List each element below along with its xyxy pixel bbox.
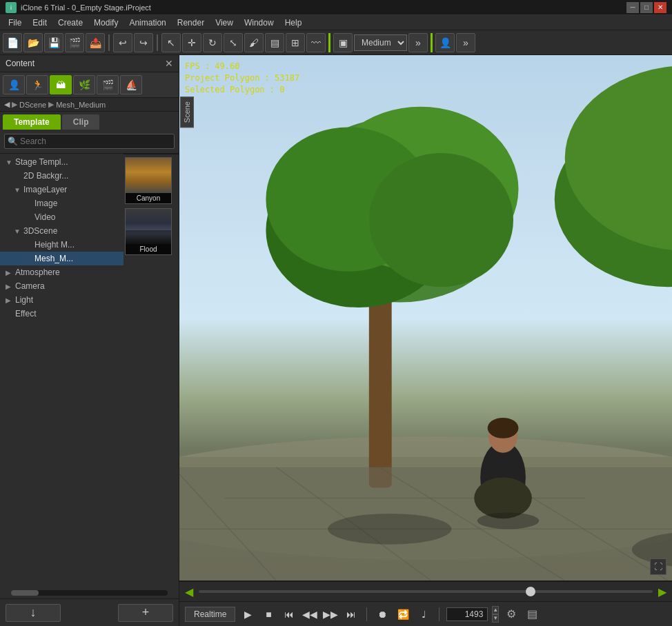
extend-button[interactable]: » <box>408 33 428 52</box>
frame-counter[interactable]: 1493 <box>446 607 488 621</box>
bc-part2[interactable]: Mesh_Medium <box>56 101 106 109</box>
quality-dropdown[interactable]: Medium Low High <box>354 34 407 51</box>
record-button[interactable]: ⏺ <box>374 606 391 623</box>
rotate-button[interactable]: ↻ <box>203 33 222 52</box>
clip-tab[interactable]: Clip <box>62 114 100 130</box>
fullscreen-button[interactable]: ⛶ <box>650 558 666 575</box>
next-frame-button[interactable]: ▶▶ <box>322 606 339 623</box>
actor-icon-btn[interactable]: 👤 <box>3 75 25 94</box>
viewport-toggle[interactable]: ▣ <box>333 33 353 52</box>
tree-item-video[interactable]: Video <box>0 210 123 224</box>
note-button[interactable]: ♩ <box>415 606 432 623</box>
camera-button[interactable]: 🎬 <box>65 33 84 52</box>
minimize-button[interactable]: ─ <box>626 2 639 13</box>
save-button[interactable]: 💾 <box>44 33 63 52</box>
select-button[interactable]: ↖ <box>161 33 181 52</box>
loop-button[interactable]: 🔁 <box>395 606 411 623</box>
more-button[interactable]: » <box>456 33 475 52</box>
tree-item-atmosphere[interactable]: ▶ Atmosphere <box>0 265 123 279</box>
menu-help[interactable]: Help <box>279 17 308 29</box>
title-bar: i iClone 6 Trial - 0_Empty Stage.iProjec… <box>0 0 672 15</box>
tool1-button[interactable]: ▤ <box>265 33 284 52</box>
open-button[interactable]: 📂 <box>23 33 43 52</box>
tree-item-light[interactable]: ▶ Light <box>0 293 123 307</box>
scene-tab[interactable]: Scene <box>180 97 194 128</box>
settings-button[interactable]: ⚙ <box>503 606 520 623</box>
tree-item-imagelayer[interactable]: ▼ ImageLayer <box>0 183 123 196</box>
pb-separator-2 <box>439 607 439 621</box>
tab-bar: Template Clip <box>0 112 179 130</box>
project-icon-btn[interactable]: ⛵ <box>120 75 142 94</box>
realtime-label[interactable]: Realtime <box>185 607 235 622</box>
move-button[interactable]: ✛ <box>182 33 201 52</box>
close-button[interactable]: ✕ <box>654 2 666 13</box>
new-button[interactable]: 📄 <box>3 33 22 52</box>
frame-up[interactable]: ▲ <box>492 606 499 614</box>
tree-item-image[interactable]: Image <box>0 196 123 210</box>
menu-animation[interactable]: Animation <box>123 17 171 29</box>
redo-button[interactable]: ↪ <box>134 33 153 52</box>
tree-item-meshm[interactable]: Mesh_M... <box>0 252 123 265</box>
scene-icon-btn[interactable]: 🏔 <box>50 75 72 94</box>
menu-view[interactable]: View <box>210 17 239 29</box>
pb-separator-1 <box>366 607 367 621</box>
thumb-flood-label: Flood <box>126 244 171 254</box>
scrollbar-track[interactable] <box>11 590 168 596</box>
tree-item-heightm[interactable]: Height M... <box>0 238 123 252</box>
content-icon-tabs: 👤 🏃 🏔 🌿 🎬 ⛵ <box>0 72 179 98</box>
tree-item-camera[interactable]: ▶ Camera <box>0 279 123 293</box>
tool2-button[interactable]: ⊞ <box>286 33 305 52</box>
undo-button[interactable]: ↩ <box>113 33 132 52</box>
tool3-button[interactable]: 〰 <box>306 33 326 52</box>
content-close-button[interactable]: ✕ <box>165 58 173 69</box>
bc-part1[interactable]: DScene <box>19 101 46 109</box>
add-button[interactable]: + <box>118 604 173 622</box>
frame-down[interactable]: ▼ <box>492 614 499 623</box>
svg-point-23 <box>488 418 519 438</box>
thumb-flood[interactable]: Flood <box>125 208 172 255</box>
viewport-canvas: FPS : 49.60 Project Polygon : 53187 Sele… <box>179 55 672 580</box>
thumb-canyon[interactable]: Canyon <box>125 157 172 204</box>
menu-edit[interactable]: Edit <box>27 17 52 29</box>
down-button[interactable]: ↓ <box>6 604 61 622</box>
motion-icon-btn[interactable]: 🏃 <box>26 75 48 94</box>
menu-file[interactable]: File <box>3 17 27 29</box>
scale-button[interactable]: ⤡ <box>224 33 243 52</box>
timeline-left-arrow[interactable]: ◀ <box>185 585 193 598</box>
play-button[interactable]: ▶ <box>239 606 256 623</box>
menu-modify[interactable]: Modify <box>88 17 123 29</box>
avatar-button[interactable]: 👤 <box>435 33 455 52</box>
svg-point-24 <box>477 512 540 529</box>
slider-thumb[interactable] <box>526 587 535 596</box>
menu-window[interactable]: Window <box>239 17 279 29</box>
template-tab[interactable]: Template <box>3 114 61 130</box>
tree-thumbs-container: ▼ Stage Templ... 2D Backgr... ▼ ImageLay… <box>0 154 179 587</box>
thumbnail-panel: Canyon Flood <box>123 154 179 587</box>
search-input[interactable] <box>4 134 175 149</box>
media-icon-btn[interactable]: 🎬 <box>97 75 119 94</box>
export-button[interactable]: 📤 <box>86 33 105 52</box>
caption-button[interactable]: ▤ <box>524 606 540 623</box>
prop-icon-btn[interactable]: 🌿 <box>73 75 95 94</box>
tree-item-effect[interactable]: Effect <box>0 307 123 321</box>
bottom-panel: ↓ + <box>0 598 179 626</box>
start-button[interactable]: ⏮ <box>281 606 297 623</box>
tree-item-stage[interactable]: ▼ Stage Templ... <box>0 155 123 169</box>
end-button[interactable]: ⏭ <box>343 606 359 623</box>
green-separator <box>328 33 330 52</box>
timeline-right-arrow[interactable]: ▶ <box>658 585 666 598</box>
prev-frame-button[interactable]: ◀◀ <box>302 606 318 623</box>
main-area: Content ✕ 👤 🏃 🏔 🌿 🎬 ⛵ ◀ ▶ DScene ▶ Mesh_… <box>0 55 672 626</box>
menu-create[interactable]: Create <box>52 17 88 29</box>
scrollbar-thumb[interactable] <box>11 590 39 596</box>
slider-track[interactable] <box>199 590 653 593</box>
stop-button[interactable]: ■ <box>260 606 277 623</box>
tree-item-2dbg[interactable]: 2D Backgr... <box>0 169 123 183</box>
thumb-canyon-label: Canyon <box>126 193 171 203</box>
bc-back-arrow[interactable]: ◀ <box>4 100 10 109</box>
restore-button[interactable]: □ <box>640 2 653 13</box>
menu-render[interactable]: Render <box>172 17 210 29</box>
tree-item-3dscene[interactable]: ▼ 3DScene <box>0 224 123 238</box>
separator-1 <box>108 34 110 51</box>
paint-button[interactable]: 🖌 <box>244 33 264 52</box>
